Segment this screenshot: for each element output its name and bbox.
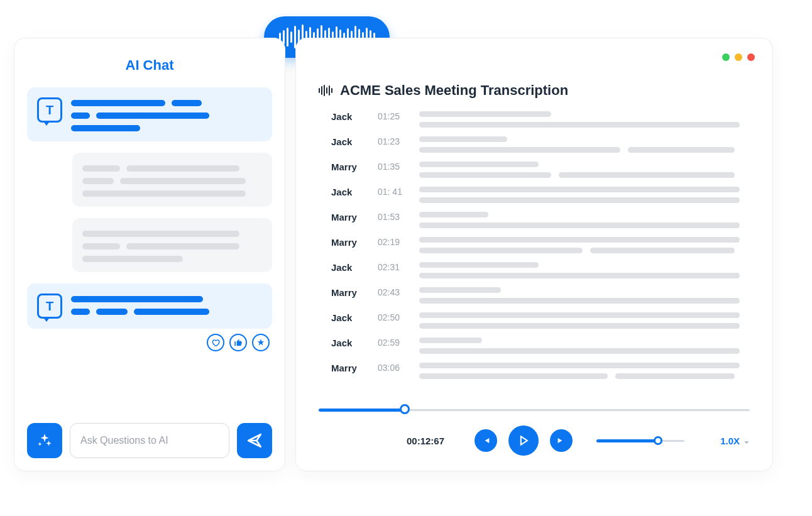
reaction-heart-button[interactable] (207, 334, 224, 351)
speaker-name: Marry (331, 363, 366, 373)
ai-chat-panel: AI Chat T T (14, 38, 285, 471)
speaker-name: Jack (331, 262, 366, 273)
reaction-thumbs-up-button[interactable] (229, 334, 247, 351)
timestamp: 02:43 (378, 287, 408, 297)
timestamp: 03:06 (378, 363, 408, 373)
transcript-list: Jack 01:25 Jack 01:23 Marry 01:35 Jack 0… (331, 111, 750, 395)
send-button[interactable] (237, 423, 272, 458)
elapsed-time: 00:12:67 (407, 436, 444, 446)
speaker-name: Marry (331, 162, 366, 172)
transcript-row[interactable]: Jack 02:59 (331, 338, 747, 354)
ai-suggestions-button[interactable] (27, 423, 62, 458)
timestamp: 02:31 (378, 262, 408, 272)
ai-avatar: T (37, 97, 62, 123)
window-controls (722, 53, 755, 61)
chat-message-user (72, 153, 272, 207)
reaction-star-button[interactable] (252, 334, 270, 351)
timestamp: 02:50 (378, 312, 408, 322)
transcript-row[interactable]: Marry 02:43 (331, 287, 747, 304)
timestamp: 01:35 (378, 162, 408, 172)
speed-label: 1.0X (720, 436, 740, 446)
transcript-row[interactable]: Jack 01:23 (331, 136, 747, 153)
chat-message-user (72, 218, 272, 272)
chat-input[interactable] (70, 423, 229, 458)
speaker-name: Jack (331, 136, 366, 147)
speaker-name: Marry (331, 237, 366, 248)
audio-player: 00:12:67 1.0X ⌄ (319, 407, 750, 456)
transcript-row[interactable]: Marry 01:53 (331, 212, 747, 228)
speaker-name: Jack (331, 111, 366, 122)
speaker-name: Jack (331, 338, 366, 348)
chevron-down-icon: ⌄ (743, 436, 750, 445)
timestamp: 02:59 (378, 338, 408, 348)
transcript-row[interactable]: Marry 02:19 (331, 237, 747, 253)
transcript-row[interactable]: Marry 01:35 (331, 162, 747, 178)
play-button[interactable] (508, 425, 539, 456)
traffic-light-green[interactable] (722, 53, 730, 61)
timestamp: 02:19 (378, 237, 408, 247)
skip-forward-button[interactable] (550, 429, 573, 452)
timestamp: 01:53 (378, 212, 408, 222)
traffic-light-yellow[interactable] (735, 53, 742, 61)
waveform-icon (319, 84, 332, 97)
traffic-light-red[interactable] (747, 53, 755, 61)
volume-slider[interactable] (596, 440, 684, 442)
transcript-row[interactable]: Marry 03:06 (331, 363, 747, 379)
transcript-row[interactable]: Jack 01: 41 (331, 187, 747, 203)
speaker-name: Marry (331, 212, 366, 222)
transcript-row[interactable]: Jack 01:25 (331, 111, 747, 128)
speaker-name: Jack (331, 312, 366, 323)
transcript-row[interactable]: Jack 02:31 (331, 262, 747, 278)
timestamp: 01: 41 (378, 187, 408, 197)
timestamp: 01:25 (378, 111, 408, 121)
chat-title: AI Chat (27, 57, 272, 74)
playback-progress-slider[interactable] (319, 407, 750, 413)
timestamp: 01:23 (378, 136, 408, 146)
skip-back-button[interactable] (475, 429, 497, 452)
chat-message-ai: T (27, 87, 272, 141)
chat-message-ai: T (27, 283, 272, 329)
transcription-panel: ACME Sales Meeting Transcription Jack 01… (295, 38, 773, 471)
speaker-name: Marry (331, 287, 366, 298)
ai-avatar: T (37, 294, 62, 319)
transcript-row[interactable]: Jack 02:50 (331, 312, 747, 329)
transcription-title: ACME Sales Meeting Transcription (340, 82, 568, 99)
playback-speed-dropdown[interactable]: 1.0X ⌄ (720, 436, 750, 446)
speaker-name: Jack (331, 187, 366, 197)
